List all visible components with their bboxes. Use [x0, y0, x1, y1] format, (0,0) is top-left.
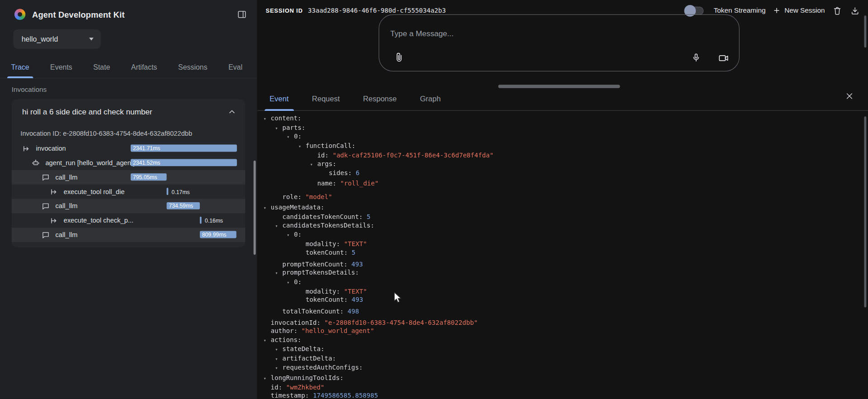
json-line: ▾stateDelta:: [264, 345, 494, 354]
duration-bar: 734.59ms: [167, 202, 200, 209]
collapse-toggle-icon[interactable]: ▾: [275, 269, 283, 278]
tab-artifacts[interactable]: Artifacts: [131, 57, 157, 78]
adk-logo-hole: [18, 12, 22, 17]
collapse-toggle-icon[interactable]: ▾: [264, 204, 271, 213]
sidebar-scrollbar[interactable]: [254, 161, 256, 255]
new-session-label: New Session: [784, 7, 825, 14]
duration-label: 795.05ms: [131, 173, 167, 180]
trace-row[interactable]: execute_tool roll_die0.17ms: [12, 185, 245, 199]
chat-bubble-icon: [42, 230, 51, 239]
json-line: ▾0:: [264, 278, 494, 287]
json-key: candidatesTokenCount:: [282, 213, 363, 220]
close-details-icon[interactable]: [845, 92, 854, 100]
json-line: invocationId:"e-2808fd10-6383-4754-8de4-…: [264, 318, 494, 327]
new-session-button[interactable]: New Session: [773, 7, 825, 14]
collapse-sidebar-icon[interactable]: [236, 8, 248, 20]
invocation-card-header[interactable]: hi roll a 6 side dice and check number: [12, 99, 245, 123]
adk-logo-icon: [14, 9, 25, 20]
json-value: 498: [348, 308, 359, 315]
trace-row[interactable]: call_llm734.59ms: [12, 199, 245, 214]
trace-row[interactable]: agent_run [hello_world_agent]2341.52ms: [12, 156, 245, 170]
json-line: ▾artifactDelta:: [264, 354, 494, 363]
json-line: name:"roll_die": [264, 180, 494, 188]
trace-row[interactable]: invocation2341.71ms: [12, 141, 245, 156]
details-tabs: EventRequestResponseGraph: [257, 88, 868, 111]
sidebar-header: Agent Development Kit: [0, 0, 257, 29]
duration-bar: 2341.52ms: [131, 159, 237, 166]
json-line: ▾requestedAuthConfigs:: [264, 364, 494, 373]
tab-events[interactable]: Events: [50, 57, 72, 78]
microphone-icon[interactable]: [691, 52, 701, 63]
collapse-toggle-icon[interactable]: ▾: [275, 364, 283, 373]
trace-row[interactable]: call_llm809.99ms: [12, 228, 245, 242]
json-key: tokenCount:: [306, 249, 348, 256]
chat-bubble-icon: [42, 202, 51, 211]
collapse-toggle-icon[interactable]: ▾: [287, 231, 294, 240]
collapse-toggle-icon[interactable]: ▾: [275, 222, 283, 231]
duration-bar: 809.99ms: [200, 231, 236, 238]
invocation-card: hi roll a 6 side dice and check number I…: [12, 99, 245, 247]
attach-file-icon[interactable]: [394, 52, 405, 63]
json-key: name:: [317, 180, 336, 187]
details-tab-request[interactable]: Request: [300, 88, 351, 110]
collapse-toggle-icon[interactable]: ▾: [264, 375, 271, 383]
json-value: "TEXT": [344, 240, 367, 247]
token-streaming-toggle[interactable]: [685, 6, 704, 14]
collapse-toggle-icon[interactable]: ▾: [264, 336, 271, 345]
adk-window: Agent Development Kit hello_world TraceE…: [0, 0, 868, 399]
trace-row[interactable]: call_llm795.05ms: [12, 170, 245, 185]
app-title: Agent Development Kit: [32, 10, 125, 19]
agent-select[interactable]: hello_world: [13, 29, 100, 49]
json-key: invocationId:: [271, 318, 321, 326]
details-tab-event[interactable]: Event: [258, 88, 301, 110]
json-value: "TEXT": [344, 287, 367, 295]
json-value: "wmZhkbed": [286, 383, 325, 391]
collapse-toggle-icon[interactable]: ▾: [275, 355, 283, 363]
chevron-up-icon[interactable]: [226, 106, 237, 117]
json-key: artifactDelta:: [282, 354, 336, 362]
json-key: functionCall:: [306, 142, 355, 150]
json-line: ▾0:: [264, 231, 494, 240]
plus-icon: [773, 7, 780, 14]
tab-sessions[interactable]: Sessions: [178, 57, 208, 78]
tab-eval[interactable]: Eval: [228, 57, 242, 78]
duration-bar: 795.05ms: [131, 173, 167, 180]
collapse-toggle-icon[interactable]: ▾: [275, 124, 283, 133]
video-camera-icon[interactable]: [718, 52, 729, 63]
json-key: modality:: [306, 287, 340, 295]
collapse-toggle-icon[interactable]: ▾: [264, 114, 271, 123]
duration-label: 0.17ms: [172, 188, 190, 195]
json-key: promptTokensDetails:: [282, 269, 359, 276]
chat-scrollbar[interactable]: [864, 15, 866, 48]
json-key: role:: [282, 193, 301, 200]
session-id-label: SESSION ID: [266, 7, 303, 14]
export-session-button[interactable]: [850, 5, 860, 16]
collapse-toggle-icon[interactable]: ▾: [275, 346, 283, 354]
json-line: tokenCount:5: [264, 249, 494, 257]
panel-resize-handle[interactable]: [498, 85, 620, 88]
details-scrollbar[interactable]: [864, 116, 866, 307]
message-input[interactable]: Type a Message...: [379, 14, 740, 71]
json-line: modality:"TEXT": [264, 287, 494, 296]
json-key: author:: [271, 327, 297, 335]
collapse-toggle-icon[interactable]: ▾: [310, 161, 317, 169]
json-key: actions:: [271, 336, 302, 343]
duration-label: 2341.52ms: [131, 159, 237, 166]
json-line: id:"adk-caf25106-f0c7-451f-86e4-3c6d7e8f…: [264, 151, 494, 160]
delete-session-button[interactable]: [832, 5, 842, 16]
details-tab-response[interactable]: Response: [351, 88, 408, 110]
json-line: totalTokenCount:498: [264, 308, 494, 316]
trace-row[interactable]: execute_tool check_p...0.16ms: [12, 213, 245, 228]
json-line: role:"model": [264, 193, 494, 201]
trace-row-label: execute_tool roll_die: [64, 188, 125, 195]
event-json-viewer: ▾content:▾parts:▾0:▾functionCall:id:"adk…: [264, 114, 494, 399]
collapse-toggle-icon[interactable]: ▾: [287, 279, 294, 287]
details-tab-graph[interactable]: Graph: [408, 88, 452, 110]
json-key: 0:: [294, 133, 302, 140]
token-streaming-label: Token Streaming: [714, 7, 766, 14]
tab-trace[interactable]: Trace: [11, 57, 29, 78]
json-line: ▾functionCall:: [264, 142, 494, 151]
tab-state[interactable]: State: [93, 57, 110, 78]
collapse-toggle-icon[interactable]: ▾: [287, 133, 294, 142]
collapse-toggle-icon[interactable]: ▾: [298, 142, 306, 151]
